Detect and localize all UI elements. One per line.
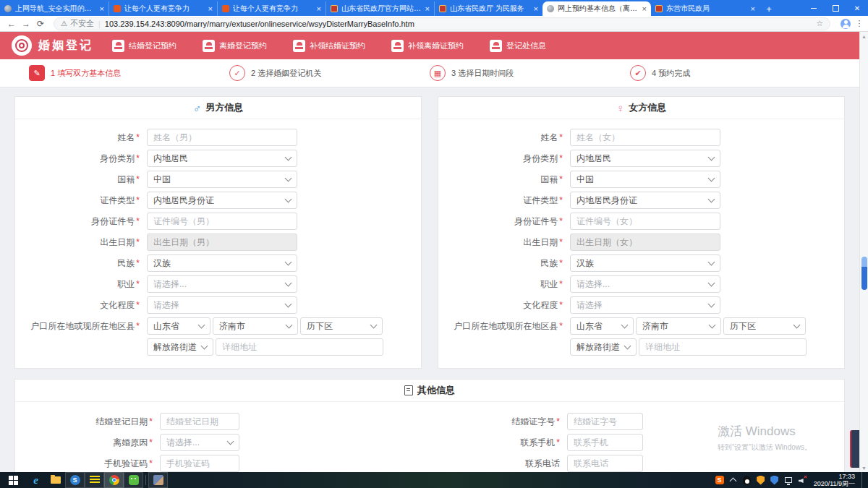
form-row: 姓名* xyxy=(15,129,421,146)
scrollbar-thumb[interactable] xyxy=(861,257,867,290)
select-field[interactable]: 内地居民身份证 xyxy=(570,192,720,209)
taskbar-file-explorer[interactable] xyxy=(46,472,65,488)
text-input[interactable] xyxy=(567,413,643,430)
start-button[interactable] xyxy=(0,472,26,488)
tab-close-icon[interactable]: × xyxy=(642,4,647,13)
required-asterisk: * xyxy=(149,458,153,468)
volume-muted-icon[interactable] xyxy=(797,475,807,485)
text-input[interactable] xyxy=(216,338,383,356)
scroll-up-icon[interactable]: ▲ xyxy=(860,32,868,40)
security-label[interactable]: 不安全 xyxy=(70,18,94,29)
internet-explorer-icon: e xyxy=(33,474,38,487)
tab-close-icon[interactable]: × xyxy=(317,4,321,13)
nav-item[interactable]: 补领离婚证预约 xyxy=(391,40,464,52)
select-field[interactable]: 中国 xyxy=(147,171,297,188)
tab-close-icon[interactable]: × xyxy=(751,4,755,13)
taskbar-photos-app[interactable] xyxy=(148,472,168,488)
browser-tab[interactable]: 山东省民政厅 为民服务× xyxy=(434,1,542,16)
browser-tab[interactable]: 东营市民政局× xyxy=(651,1,760,16)
text-input[interactable] xyxy=(147,129,297,146)
show-desktop-button[interactable] xyxy=(861,472,865,488)
text-input[interactable] xyxy=(570,213,720,230)
scroll-down-icon[interactable]: ▼ xyxy=(860,463,868,472)
text-input[interactable] xyxy=(639,338,807,356)
profile-avatar[interactable] xyxy=(841,19,851,29)
back-button[interactable]: ← xyxy=(4,19,19,29)
select-field[interactable]: 请选择... xyxy=(570,275,720,293)
page-scrollbar[interactable]: ▲ ▼ xyxy=(859,32,868,472)
taskbar-internet-explorer[interactable]: e xyxy=(26,472,46,488)
text-input[interactable] xyxy=(567,455,643,472)
select-field[interactable]: 历下区 xyxy=(723,317,806,335)
globe-favicon xyxy=(4,5,12,12)
select-field[interactable]: 内地居民 xyxy=(147,150,297,167)
select-field[interactable]: 汉族 xyxy=(147,254,297,272)
browser-toolbar: ← → ⟳ ⚠ 不安全 | 103.239.154.243:8090/marry… xyxy=(0,16,868,32)
select-field[interactable]: 解放路街道 xyxy=(570,338,637,356)
maximize-button[interactable] xyxy=(825,0,846,16)
floating-side-widget[interactable] xyxy=(850,430,859,468)
tab-close-icon[interactable]: × xyxy=(425,4,430,13)
select-field[interactable]: 请选择 xyxy=(147,296,297,314)
tab-close-icon[interactable]: × xyxy=(534,4,538,13)
browser-tab[interactable]: 山东省民政厅官方网站 下载专区× xyxy=(326,1,434,16)
text-input[interactable] xyxy=(160,413,239,430)
taskbar-notes-app[interactable] xyxy=(85,472,104,488)
select-field[interactable]: 内地居民 xyxy=(570,150,720,167)
nav-item[interactable]: 结婚登记预约 xyxy=(112,40,176,52)
taskbar-chrome[interactable] xyxy=(104,472,124,488)
field-label: 文化程度* xyxy=(15,299,147,312)
browser-tab[interactable]: 上网导航_安全实用的网址大全× xyxy=(0,1,109,16)
select-field[interactable]: 汉族 xyxy=(570,254,720,272)
tab-close-icon[interactable]: × xyxy=(208,4,213,13)
browser-tab[interactable]: 让每个人更有竞争力× xyxy=(109,1,217,16)
360-safe-icon[interactable] xyxy=(770,475,780,485)
new-tab-button[interactable]: + xyxy=(760,1,778,16)
taskbar-sogou-browser[interactable]: S xyxy=(65,472,85,488)
qq-icon[interactable] xyxy=(742,475,752,485)
window-controls: ✕ xyxy=(803,0,868,16)
text-input[interactable] xyxy=(567,434,643,451)
photos-app-icon xyxy=(153,475,163,485)
forward-button[interactable]: → xyxy=(19,19,33,29)
tab-close-icon[interactable]: × xyxy=(100,4,104,13)
browser-menu-icon[interactable]: ⋮ xyxy=(855,19,864,28)
url-text[interactable]: 103.239.154.243:8090/marry/marry/extuser… xyxy=(105,20,812,28)
sogou-input-icon[interactable]: S xyxy=(715,475,725,485)
select-field[interactable]: 中国 xyxy=(570,171,720,188)
field-label: 出生日期* xyxy=(438,236,570,249)
chevron-down-icon xyxy=(370,322,378,329)
360-shield-icon[interactable] xyxy=(756,475,766,485)
form-row: 解放路街道 xyxy=(438,338,844,356)
select-field[interactable]: 山东省 xyxy=(147,317,210,335)
address-bar[interactable]: ⚠ 不安全 | 103.239.154.243:8090/marry/marry… xyxy=(54,17,830,30)
taskbar-wechat[interactable] xyxy=(124,472,143,488)
browser-tab[interactable]: 网上预约基本信息（离婚）× xyxy=(542,1,651,16)
select-field[interactable]: 解放路街道 xyxy=(147,338,213,356)
clock-time: 17:33 xyxy=(814,473,855,480)
text-input[interactable] xyxy=(160,455,239,472)
field-controls: 内地居民 xyxy=(147,150,297,167)
hidden-icons-chevron-icon[interactable] xyxy=(728,475,739,485)
select-field[interactable]: 请选择 xyxy=(570,296,720,314)
select-field[interactable]: 山东省 xyxy=(570,317,634,335)
minimize-button[interactable] xyxy=(803,0,825,16)
nav-item[interactable]: 离婚登记预约 xyxy=(203,40,267,52)
select-field[interactable]: 济南市 xyxy=(636,317,721,335)
text-input[interactable] xyxy=(570,129,720,146)
close-button[interactable]: ✕ xyxy=(846,0,868,16)
network-icon[interactable] xyxy=(783,475,793,485)
select-field[interactable]: 济南市 xyxy=(213,317,298,335)
gov-emblem-favicon xyxy=(439,5,446,12)
taskbar-clock[interactable]: 17:33 2020/11/9周一 xyxy=(814,473,855,488)
select-field[interactable]: 历下区 xyxy=(300,317,383,335)
select-field[interactable]: 内地居民身份证 xyxy=(147,192,297,209)
select-field[interactable]: 请选择... xyxy=(160,434,239,451)
bookmark-star-icon[interactable]: ☆ xyxy=(816,19,823,28)
nav-item[interactable]: 补领结婚证预约 xyxy=(293,40,365,52)
browser-tab[interactable]: 让每个人更有竞争力× xyxy=(217,1,326,16)
text-input[interactable] xyxy=(147,213,297,230)
nav-item[interactable]: 登记处信息 xyxy=(490,40,546,52)
reload-button[interactable]: ⟳ xyxy=(33,19,48,29)
select-field[interactable]: 请选择... xyxy=(147,275,297,293)
